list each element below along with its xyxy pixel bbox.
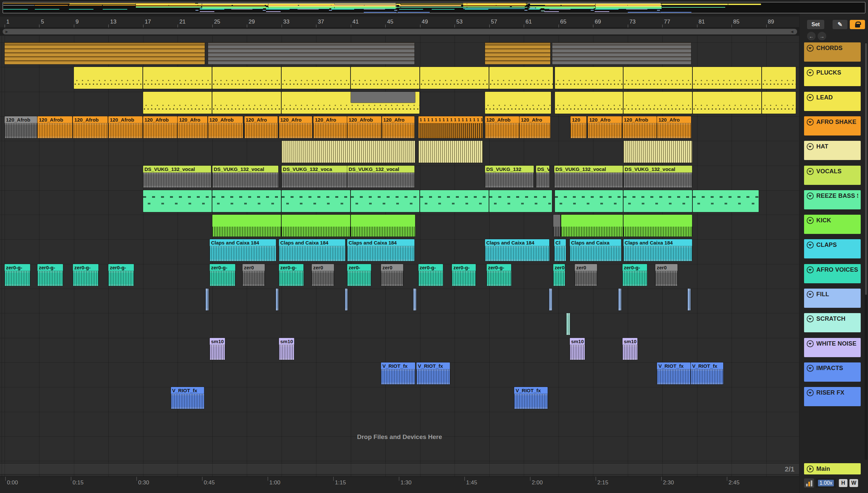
clip-kick[interactable] [282,215,350,237]
track-header-afro-shake[interactable]: AFRO SHAKE [804,116,861,135]
clip-lead[interactable] [555,92,623,114]
clip-scratch[interactable] [566,313,570,335]
clip-claps-and-caixa-184[interactable]: Claps and Caixa 184 [347,239,414,261]
clip-plucks[interactable] [624,67,692,89]
clip-120-afro[interactable]: 120_Afro [279,116,312,138]
clip-sm10[interactable]: sm10 [279,338,294,360]
clip-zer0-g[interactable]: zer0-g- [73,264,99,286]
clip-zer0-g[interactable]: zer0-g- [418,264,443,286]
clip-claps-and-caixa-184[interactable]: Claps and Caixa 184 [624,239,692,261]
clip-plucks[interactable] [489,67,553,89]
scroll-right-handle-icon[interactable]: ► [5,29,9,35]
clip-plucks[interactable] [74,67,143,89]
main-track-header[interactable]: Main [804,463,861,474]
clip-kick[interactable] [624,215,692,237]
zoom-level-field[interactable]: 1.00x [816,478,836,488]
track-header-fill[interactable]: FILL [804,288,861,308]
set-button[interactable]: Set [807,20,824,29]
clip-claps-and-caixa-184[interactable]: Claps and Caixa 184 [210,239,276,261]
forward-arrow-button[interactable]: → [818,32,826,40]
unfold-icon[interactable] [807,241,814,249]
clip-cl[interactable]: Cl [554,239,566,261]
draw-mode-button[interactable]: ✎ [832,20,847,29]
clip-zer0-g[interactable]: zer0-g- [279,264,303,286]
track-header-afro-voices[interactable]: AFRO VOICES [804,264,861,283]
clip-v-riot-fx[interactable]: V_RIOT_fx [381,362,415,384]
track-header-lead[interactable]: LEAD [804,92,861,111]
clip-zer0[interactable]: zer0 [655,264,677,286]
clip-plucks[interactable] [555,67,623,89]
back-arrow-button[interactable]: ← [807,32,816,40]
clip-zer0[interactable]: zer0- [347,264,371,286]
track-header-vocals[interactable]: VOCALS [804,166,861,185]
main-track-lane[interactable] [0,463,799,474]
clip-lead[interactable] [143,92,212,114]
clip-ds-vukg-132-vocal[interactable]: DS_VUKG_132_vocal [143,166,211,188]
clip-fill[interactable] [688,288,690,310]
clip-fill[interactable] [276,288,279,310]
clip-reeze-bass-s[interactable] [420,190,489,212]
clip-fill[interactable] [205,288,209,310]
clip-zer0[interactable]: zer0 [381,264,403,286]
unfold-icon[interactable] [807,389,814,396]
clip-kick[interactable] [351,215,415,237]
unfold-icon[interactable] [807,365,814,372]
clip-120-afrob[interactable]: 120_Afrob [208,116,243,138]
clip-kick[interactable] [212,215,281,237]
clip-fill[interactable] [413,288,416,310]
clip-ds-v[interactable]: DS_V [536,166,549,188]
clip-ds-vukg-132-vocal[interactable]: DS_VUKG_132_vocal [554,166,623,188]
clip-120-afrob[interactable]: 120_Afrob [108,116,143,138]
unfold-icon[interactable] [807,45,814,52]
clip-fill[interactable] [345,288,348,310]
unfold-icon[interactable] [807,316,814,322]
width-button[interactable]: W [849,479,858,487]
clip-plucks[interactable] [420,67,489,89]
clip-v-riot-fx[interactable]: V_RIOT_fx [691,362,723,384]
track-header-impacts[interactable]: IMPACTS [804,362,861,382]
clip-ds-vukg-132-vocal[interactable]: DS_VUKG_132_vocal [624,166,692,188]
clip-120-afrob[interactable]: 120_Afrob [5,116,37,138]
clip-120-afrob[interactable]: 120_Afrob [485,116,519,138]
clip-zer0[interactable]: zer0 [575,264,597,286]
clip-kick[interactable] [561,215,623,237]
clip-reeze-bass-s[interactable] [693,190,759,212]
clip-zer0-g[interactable]: zer0-g- [623,264,647,286]
clip-120-afro[interactable]: 120_Afro [657,116,691,138]
clip-claps-and-caixa[interactable]: Claps and Caixa [570,239,621,261]
track-header-scratch[interactable]: SCRATCH [804,313,861,332]
track-header-claps[interactable]: CLAPS [804,239,861,258]
unfold-icon[interactable] [807,340,814,347]
clip-reeze-bass-s[interactable] [212,190,281,212]
arrangement-overview[interactable] [3,2,865,13]
clip-sm10[interactable]: sm10 [623,338,638,360]
unfold-play-icon[interactable] [807,466,814,472]
clip-120-afrob[interactable]: 120_Afrob [347,116,381,138]
clip-v-riot-fx[interactable]: V_RIOT_fx [657,362,690,384]
time-ruler[interactable]: 0:000:150:300:451:001:151:301:452:002:15… [0,476,799,493]
clip-120-afro[interactable]: 120_Afro [313,116,347,138]
clip-sm10[interactable]: sm10 [210,338,225,360]
clip-plucks[interactable] [282,67,350,89]
clip-v-riot-fx[interactable]: V_RIOT_fx [171,387,204,409]
clip-chords[interactable] [5,42,205,64]
unfold-icon[interactable] [807,94,814,101]
clip-reeze-bass-s[interactable] [489,190,552,212]
clip-1111111111111111111111[interactable]: 1111111111111111111111 [418,116,483,138]
clip-120-afro[interactable]: 120_Afro [382,116,414,138]
unfold-icon[interactable] [807,168,814,175]
arrangement-area[interactable]: 120_Afrob120_Afrob120_Afrob120_Afrob120_… [0,36,799,476]
unfold-icon[interactable] [807,291,814,298]
clip-120-afro[interactable]: 120_Afro [588,116,622,138]
clip-120-afro[interactable]: 120_Afro [244,116,278,138]
vertical-scrollbar-thumb[interactable] [865,43,867,295]
clip-reeze-bass-s[interactable] [624,190,692,212]
clip-v-riot-fx[interactable]: V_RIOT_fx [416,362,450,384]
horizontal-scroll-strip[interactable]: ► ◄ [3,29,797,35]
unfold-icon[interactable] [807,143,814,150]
clip-120-afrob[interactable]: 120_Afrob [143,116,177,138]
clip-plucks[interactable] [212,67,281,89]
track-header-kick[interactable]: KICK [804,215,861,234]
track-header-white-noise[interactable]: WHITE NOISE [804,338,861,357]
unfold-icon[interactable] [807,193,814,199]
